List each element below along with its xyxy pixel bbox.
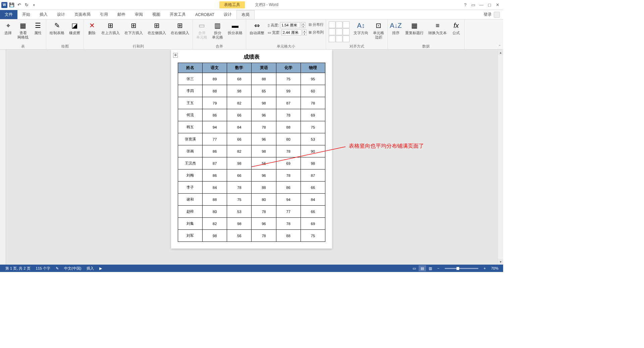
table-cell[interactable]: 78 xyxy=(252,206,276,218)
insert-above-button[interactable]: ⊞在上方插入 xyxy=(99,20,122,36)
tab-table-design[interactable]: 设计 xyxy=(219,10,236,19)
table-cell[interactable]: 77 xyxy=(203,133,227,145)
close-button[interactable]: ✕ xyxy=(494,2,501,8)
table-row[interactable]: 何流8666967869 xyxy=(178,109,325,121)
table-row[interactable]: 李四8898659960 xyxy=(178,85,325,97)
qat-dropdown-icon[interactable]: ▾ xyxy=(31,2,37,8)
tab-references[interactable]: 引用 xyxy=(95,10,113,19)
table-cell[interactable]: 张资溪 xyxy=(178,133,203,145)
table-cell[interactable]: 60 xyxy=(301,85,325,97)
table-cell[interactable]: 88 xyxy=(252,73,276,85)
select-button[interactable]: ⌖选择 xyxy=(1,20,15,36)
tab-acrobat[interactable]: ACROBAT xyxy=(191,10,219,19)
zoom-slider[interactable] xyxy=(445,268,478,269)
table-cell[interactable]: 78 xyxy=(252,230,276,242)
table-cell[interactable]: 78 xyxy=(276,169,301,182)
table-cell[interactable]: 82 xyxy=(203,218,227,230)
table-cell[interactable]: 66 xyxy=(227,109,252,121)
redo-icon[interactable]: ↻ xyxy=(23,2,30,8)
table-cell[interactable]: 何流 xyxy=(178,109,203,121)
tab-mailings[interactable]: 邮件 xyxy=(113,10,130,19)
table-cell[interactable]: 87 xyxy=(276,97,301,109)
align-bl[interactable] xyxy=(329,36,335,42)
delete-button[interactable]: ✕删除 xyxy=(85,20,99,36)
table-cell[interactable]: 李四 xyxy=(178,85,203,97)
align-tc[interactable] xyxy=(336,21,342,28)
view-print-icon[interactable]: ▤ xyxy=(419,265,426,271)
table-cell[interactable]: 56 xyxy=(227,230,252,242)
help-button[interactable]: ? xyxy=(462,2,469,8)
table-header[interactable]: 化学 xyxy=(276,63,301,73)
table-cell[interactable]: 96 xyxy=(252,109,276,121)
table-cell[interactable]: 66 xyxy=(227,133,252,145)
align-br[interactable] xyxy=(343,36,350,42)
table-cell[interactable]: 谢和 xyxy=(178,194,203,206)
convert-text-button[interactable]: ≡转换为文本 xyxy=(426,20,449,36)
height-up[interactable]: ▴ xyxy=(301,22,305,25)
table-cell[interactable]: 88 xyxy=(252,182,276,194)
table-cell[interactable]: 78 xyxy=(252,121,276,133)
table-cell[interactable]: 88 xyxy=(203,85,227,97)
table-cell[interactable]: 86 xyxy=(203,109,227,121)
table-row[interactable]: 李子8478888666 xyxy=(178,182,325,194)
table-cell[interactable]: 88 xyxy=(203,194,227,206)
table-cell[interactable]: 82 xyxy=(227,97,252,109)
zoom-thumb[interactable] xyxy=(457,267,459,270)
scroll-down-icon[interactable]: ▾ xyxy=(498,259,503,265)
table-row[interactable]: 刘军9856788875 xyxy=(178,230,325,242)
restore-button[interactable]: ◻ xyxy=(486,2,493,8)
repeat-header-button[interactable]: ▦重复标题行 xyxy=(403,20,426,36)
status-macro-icon[interactable]: ▶ xyxy=(97,266,105,271)
split-cells-button[interactable]: ▥拆分 单元格 xyxy=(210,20,225,40)
table-cell[interactable]: 78 xyxy=(276,218,301,230)
table-cell[interactable]: 53 xyxy=(227,206,252,218)
table-cell[interactable]: 78 xyxy=(301,97,325,109)
table-cell[interactable]: 68 xyxy=(227,73,252,85)
sort-button[interactable]: A↓Z排序 xyxy=(389,20,402,36)
table-cell[interactable]: 66 xyxy=(301,182,325,194)
table-cell[interactable]: 94 xyxy=(203,121,227,133)
tab-review[interactable]: 审阅 xyxy=(130,10,148,19)
table-cell[interactable]: 98 xyxy=(227,218,252,230)
zoom-percentage[interactable]: 70% xyxy=(489,266,500,270)
text-direction-button[interactable]: A↕文字方向 xyxy=(352,20,370,36)
distribute-cols-button[interactable]: ⊞分布列 xyxy=(309,30,324,35)
draw-table-button[interactable]: ✎绘制表格 xyxy=(48,20,66,36)
table-header[interactable]: 数学 xyxy=(227,63,252,73)
table-cell[interactable]: 94 xyxy=(276,194,301,206)
height-input[interactable] xyxy=(280,22,300,28)
vertical-ruler[interactable] xyxy=(0,50,6,265)
width-input[interactable] xyxy=(281,29,302,36)
table-cell[interactable]: 96 xyxy=(252,169,276,182)
table-cell[interactable]: 78 xyxy=(276,109,301,121)
table-cell[interactable]: 87 xyxy=(301,169,325,182)
split-table-button[interactable]: ▬拆分表格 xyxy=(226,20,245,36)
table-cell[interactable]: 84 xyxy=(203,182,227,194)
table-cell[interactable]: 98 xyxy=(203,230,227,242)
table-header[interactable]: 英语 xyxy=(252,63,276,73)
table-row[interactable]: 谢和8875809484 xyxy=(178,194,325,206)
align-tl[interactable] xyxy=(329,21,335,28)
table-cell[interactable]: 75 xyxy=(301,230,325,242)
align-bc[interactable] xyxy=(336,36,342,42)
zoom-in-button[interactable]: + xyxy=(481,265,488,271)
table-cell[interactable]: 84 xyxy=(301,194,325,206)
word-app-icon[interactable]: W xyxy=(1,2,7,8)
table-cell[interactable]: 65 xyxy=(252,85,276,97)
table-move-handle-icon[interactable]: ✥ xyxy=(173,53,178,58)
properties-button[interactable]: ☰属性 xyxy=(31,20,45,36)
status-proofing-icon[interactable]: ✎ xyxy=(53,266,61,271)
table-row[interactable]: 韩五9484788875 xyxy=(178,121,325,133)
collapse-ribbon-icon[interactable]: ⌃ xyxy=(498,44,501,49)
table-cell[interactable]: 张画 xyxy=(178,145,203,157)
status-insert-mode[interactable]: 插入 xyxy=(84,266,97,271)
insert-right-button[interactable]: ⊞在右侧插入 xyxy=(169,20,191,36)
table-cell[interactable]: 98 xyxy=(252,97,276,109)
view-read-icon[interactable]: ▭ xyxy=(411,265,418,271)
table-cell[interactable]: 98 xyxy=(227,85,252,97)
autofit-button[interactable]: ⇔自动调整 xyxy=(248,20,266,36)
tab-home[interactable]: 开始 xyxy=(17,10,35,19)
insert-left-button[interactable]: ⊞在左侧插入 xyxy=(146,20,168,36)
table-cell[interactable]: 77 xyxy=(276,206,301,218)
table-cell[interactable]: 87 xyxy=(203,157,227,169)
